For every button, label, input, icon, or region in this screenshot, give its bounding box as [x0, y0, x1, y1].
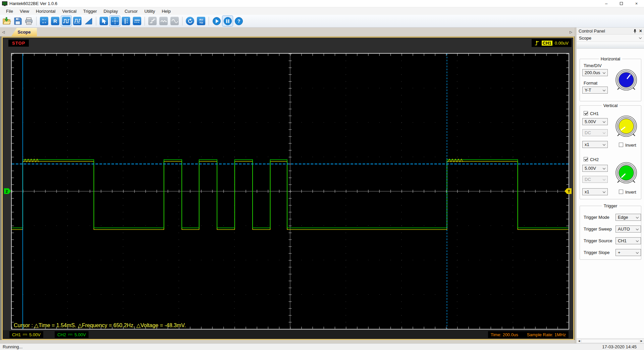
ch2-badge-volts: 5.00V [74, 332, 86, 337]
chevron-down-icon [636, 239, 639, 242]
ch2-coupling-value: DC [585, 177, 591, 182]
ch2-invert-label: Invert [625, 190, 636, 195]
trigger-group-title: Trigger [602, 203, 619, 208]
print-button[interactable] [23, 16, 34, 26]
maximize-button[interactable] [614, 0, 629, 7]
menu-utility[interactable]: Utility [141, 8, 158, 14]
ch1-enable-checkbox[interactable] [584, 111, 588, 115]
chevron-down-icon [603, 120, 605, 123]
panel-mode-row: Scope [577, 35, 644, 42]
ch1-volts-select[interactable]: 5.00V [582, 118, 608, 125]
dc-coupling-icon [68, 334, 72, 335]
trigger-slope-select[interactable]: + [615, 249, 641, 256]
trigger-source-select[interactable]: CH1 [615, 237, 641, 244]
trigger-mode-label: Trigger Mode [584, 215, 609, 220]
channel-waveform-button[interactable] [61, 16, 71, 26]
timediv-label: Time/DIV [584, 63, 602, 68]
start-button[interactable] [211, 16, 222, 26]
vertical-cursors-button[interactable] [121, 16, 131, 26]
pointer-cursor-button[interactable] [99, 16, 109, 26]
chevron-down-icon [639, 36, 642, 39]
ch2-invert-checkbox[interactable] [619, 190, 623, 194]
menu-trigger[interactable]: Trigger [80, 8, 100, 14]
trigger-level-value: 0.00uV [555, 41, 569, 46]
help-button[interactable]: ? [233, 16, 244, 26]
print-icon [25, 17, 33, 25]
close-button[interactable]: × [629, 0, 644, 7]
rising-edge-icon [535, 40, 539, 46]
menu-file[interactable]: File [3, 8, 16, 14]
toolbar: + − × ÷ R AU TO ? [0, 15, 644, 28]
tab-scroll-left[interactable]: ◁ [0, 29, 7, 35]
pin-icon[interactable] [633, 29, 637, 33]
save-button[interactable] [12, 16, 23, 26]
menu-view[interactable]: View [16, 8, 33, 14]
svg-text:?: ? [237, 18, 240, 24]
ch2-position-marker[interactable]: 2 [4, 188, 11, 194]
ch2-volts-select[interactable]: 5.00V [582, 165, 608, 172]
toolbar-separator [182, 17, 182, 26]
menu-help[interactable]: Help [158, 8, 174, 14]
ch1-checkbox-label: CH1 [590, 111, 599, 116]
ch2-badge-label: CH2 [57, 332, 66, 337]
pointer-icon [101, 18, 107, 24]
ch1-position-knob[interactable] [614, 114, 638, 138]
sine-wave-button[interactable] [169, 16, 180, 26]
sample-rate-value: Sample Rate: 1MHz [527, 332, 566, 337]
open-file-button[interactable] [1, 16, 12, 26]
pause-button[interactable] [222, 16, 233, 26]
chevron-down-icon [603, 131, 605, 134]
ch2-enable-checkbox[interactable] [584, 157, 588, 161]
tab-scroll-right[interactable]: ▷ [568, 29, 574, 35]
ch1-probe-select[interactable]: x1 [582, 141, 608, 148]
scope-display[interactable]: Cursor : △Time = 1.54mS. △Frequency = 65… [11, 53, 569, 330]
menu-horizontal[interactable]: Horizontal [33, 8, 59, 14]
trigger-sweep-value: AUTO [618, 227, 630, 232]
menu-cursor[interactable]: Cursor [121, 8, 141, 14]
format-select[interactable]: Y-T [582, 87, 608, 94]
autoset-button[interactable]: AU TO [196, 16, 206, 26]
ch2-probe-select[interactable]: x1 [582, 188, 608, 195]
menu-display[interactable]: Display [100, 8, 121, 14]
noise-wave-button[interactable] [158, 16, 169, 26]
ch1-invert-checkbox[interactable] [619, 143, 623, 147]
workspace-bottom-strip [0, 340, 575, 343]
tab-scope[interactable]: Scope [11, 28, 37, 36]
status-datetime: 17-03-2020 14:45 [602, 344, 641, 349]
ramp-button[interactable] [83, 16, 94, 26]
panel-close-icon[interactable]: × [639, 29, 642, 33]
trigger-sweep-select[interactable]: AUTO [615, 226, 641, 233]
timediv-select[interactable]: 200.0us [582, 69, 608, 76]
math-button[interactable]: + − × ÷ [39, 16, 49, 26]
status-bar: Running... 17-03-2020 14:45 [0, 343, 644, 350]
maximize-icon [620, 2, 623, 5]
ch2-status-badge: CH2 5.00V [55, 331, 89, 338]
trigger-channel-chip: CH1 [542, 41, 552, 46]
vertical-cursors-icon [123, 18, 129, 24]
stop-button[interactable]: STOP [8, 40, 29, 47]
reference-button[interactable]: R [50, 16, 60, 26]
minimize-button[interactable]: – [599, 0, 614, 7]
control-panel: Control Panel × Scope Horizontal Time/DI… [577, 28, 644, 343]
toolbar-separator [96, 17, 96, 26]
horizontal-cursors-button[interactable] [132, 16, 142, 26]
refresh-button[interactable] [185, 16, 195, 26]
trigger-mode-select[interactable]: Edge [615, 214, 641, 221]
scrollbar-track[interactable] [581, 339, 639, 343]
step-measure-button[interactable] [147, 16, 158, 26]
panel-horizontal-scrollbar[interactable]: ◄ ► [577, 338, 644, 343]
scroll-left-icon[interactable]: ◄ [578, 339, 581, 343]
cross-cursor-button[interactable] [110, 16, 120, 26]
timediv-value: 200.0us [585, 70, 600, 75]
scroll-right-icon[interactable]: ► [640, 339, 643, 343]
open-folder-icon [2, 17, 11, 25]
digital-waveform-button[interactable] [72, 16, 83, 26]
ch2-position-knob[interactable] [614, 161, 638, 185]
sine-wave-icon [171, 18, 178, 24]
status-running: Running... [3, 344, 22, 349]
time-per-div-value: Time: 200.0us [491, 332, 518, 337]
panel-mode-select[interactable]: Scope [577, 35, 644, 42]
menu-vertical[interactable]: Vertical [59, 8, 80, 14]
vertical-group-title: Vertical [602, 103, 620, 108]
horizontal-knob[interactable] [614, 68, 638, 92]
